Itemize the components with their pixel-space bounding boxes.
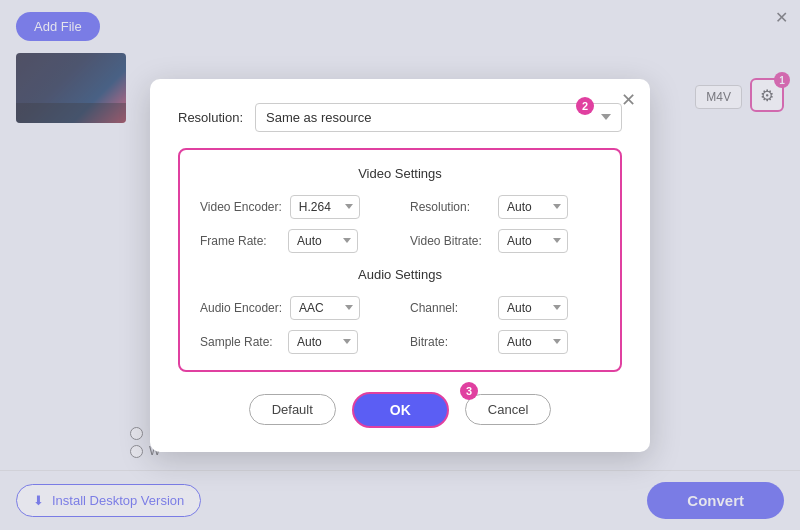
video-settings-title: Video Settings	[200, 166, 600, 181]
resolution-row-2: Resolution: Auto	[410, 195, 600, 219]
video-bitrate-label: Video Bitrate:	[410, 234, 490, 248]
audio-settings-grid: Audio Encoder: AAC Channel: Auto	[200, 296, 600, 354]
bitrate-select[interactable]: Auto	[498, 330, 568, 354]
settings-box: Video Settings Video Encoder: H.264	[178, 148, 622, 372]
sample-rate-label: Sample Rate:	[200, 335, 280, 349]
cancel-button[interactable]: Cancel	[465, 394, 551, 425]
app-background: Add File ✕ M4V ⚙ 1 M W 🎞 🎵 ⬇ Install Des…	[0, 0, 800, 530]
video-bitrate-select[interactable]: Auto	[498, 229, 568, 253]
sample-rate-row: Sample Rate: Auto	[200, 330, 390, 354]
frame-rate-label: Frame Rate:	[200, 234, 280, 248]
frame-rate-select[interactable]: Auto	[288, 229, 358, 253]
resolution-row: Resolution: Same as resource	[178, 103, 622, 132]
frame-rate-row: Frame Rate: Auto	[200, 229, 390, 253]
ok-button[interactable]: OK	[352, 392, 449, 428]
video-encoder-label: Video Encoder:	[200, 200, 282, 214]
settings-modal: ✕ 2 Resolution: Same as resource Video S…	[150, 79, 650, 452]
video-encoder-row: Video Encoder: H.264	[200, 195, 390, 219]
audio-encoder-row: Audio Encoder: AAC	[200, 296, 390, 320]
audio-settings-title: Audio Settings	[200, 267, 600, 282]
sample-rate-select[interactable]: Auto	[288, 330, 358, 354]
modal-overlay: ✕ 2 Resolution: Same as resource Video S…	[0, 0, 800, 530]
modal-close-button[interactable]: ✕	[621, 91, 636, 109]
video-bitrate-row: Video Bitrate: Auto	[410, 229, 600, 253]
audio-divider: Audio Settings	[200, 267, 600, 282]
bitrate-row: Bitrate: Auto	[410, 330, 600, 354]
resolution-label: Resolution:	[178, 110, 243, 125]
channel-select[interactable]: Auto	[498, 296, 568, 320]
modal-footer: Default OK 3 Cancel	[178, 392, 622, 428]
modal-badge-2: 2	[576, 97, 594, 115]
audio-encoder-label: Audio Encoder:	[200, 301, 282, 315]
channel-row: Channel: Auto	[410, 296, 600, 320]
channel-label: Channel:	[410, 301, 490, 315]
bitrate-label: Bitrate:	[410, 335, 490, 349]
resolution-select-2[interactable]: Auto	[498, 195, 568, 219]
video-settings-grid: Video Encoder: H.264 Resolution: Auto	[200, 195, 600, 253]
default-button[interactable]: Default	[249, 394, 336, 425]
modal-badge-3: 3	[460, 382, 478, 400]
resolution-select[interactable]: Same as resource	[255, 103, 622, 132]
video-encoder-select[interactable]: H.264	[290, 195, 360, 219]
resolution-label-2: Resolution:	[410, 200, 490, 214]
audio-encoder-select[interactable]: AAC	[290, 296, 360, 320]
